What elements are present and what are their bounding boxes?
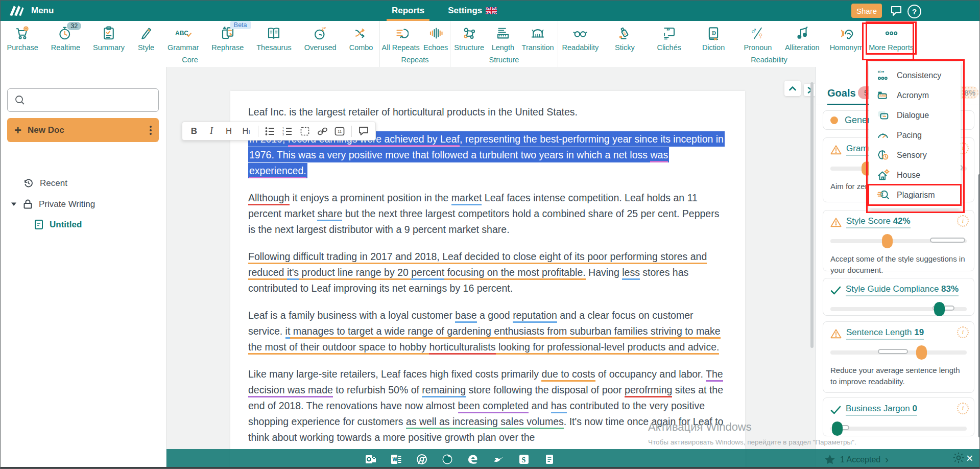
report-alliteration[interactable]: Alliteration xyxy=(780,25,824,52)
suggestion-blue[interactable]: remaining xyxy=(422,384,466,397)
suggestion-blue[interactable]: it xyxy=(285,325,291,339)
goals-panel-scrollbar[interactable] xyxy=(978,174,980,437)
slider-handle[interactable] xyxy=(882,234,893,248)
menu-item-house[interactable]: House xyxy=(869,165,961,185)
sidebar-item-private-writing[interactable]: Private Writing xyxy=(11,199,95,209)
firefox-icon[interactable] xyxy=(441,453,453,465)
suggestion-blue[interactable]: has xyxy=(551,400,567,413)
sidebar-item-untitled-doc[interactable]: Untitled xyxy=(34,219,82,230)
suggestion-orange[interactable]: focusing on the most profitable. xyxy=(444,267,585,280)
menu-item-sensory[interactable]: Sensory xyxy=(869,145,961,165)
suggestion-red[interactable]: horticulturalists xyxy=(429,341,495,355)
info-icon[interactable]: i xyxy=(957,326,969,338)
comment-button[interactable] xyxy=(356,124,371,138)
select-box-button[interactable] xyxy=(297,124,313,138)
bold-button[interactable]: B xyxy=(186,124,202,138)
kebab-menu-icon[interactable] xyxy=(150,126,152,135)
chevron-down-icon[interactable] xyxy=(11,202,17,206)
report-echoes[interactable]: Echoes xyxy=(423,25,448,52)
bird-icon[interactable] xyxy=(492,453,505,465)
report-purchase[interactable]: Purchase xyxy=(7,25,38,52)
info-icon[interactable]: i xyxy=(957,215,969,227)
suggestion-blue[interactable]: base xyxy=(455,310,476,323)
chat-bubble-icon[interactable] xyxy=(890,5,902,16)
goal-slider[interactable] xyxy=(830,233,967,249)
italic-button[interactable]: I xyxy=(204,124,219,138)
menu-item-dialogue[interactable]: Dialogue xyxy=(869,105,961,125)
chrome-icon[interactable] xyxy=(416,453,428,465)
settings-gear-icon[interactable] xyxy=(952,451,965,464)
outlook-icon[interactable] xyxy=(365,453,377,465)
goal-slider[interactable] xyxy=(830,345,967,360)
report-homonym[interactable]: Homonym xyxy=(824,25,869,52)
report-readability[interactable]: Readability xyxy=(558,25,603,52)
report-rephrase[interactable]: RephraseBeta xyxy=(211,25,244,52)
link-button[interactable] xyxy=(315,124,330,138)
sidebar-item-recent[interactable]: Recent xyxy=(23,178,67,189)
suggestion-orange[interactable]: due to costs xyxy=(541,368,595,382)
suggestion-red[interactable]: Allthough xyxy=(248,192,290,205)
report-grammar[interactable]: ABC Grammar xyxy=(168,25,199,52)
numbered-list-button[interactable]: 123 xyxy=(280,124,295,138)
collapse-toolbar-button[interactable] xyxy=(784,81,801,96)
report-pronoun[interactable]: ♂♀ Pronoun xyxy=(736,25,780,52)
report-length[interactable]: Length xyxy=(492,25,514,52)
tab-settings[interactable]: Settings xyxy=(445,1,500,21)
suggestion-blue[interactable]: share xyxy=(317,208,342,221)
word-icon[interactable]: W xyxy=(390,453,402,465)
goal-title-link[interactable]: Style Guide Compliance 83% xyxy=(846,284,959,296)
slider-target-pill[interactable] xyxy=(878,349,908,354)
suggestion-blue[interactable]: percent xyxy=(411,267,444,280)
suggestion-blue[interactable]: reputation xyxy=(513,310,557,323)
quote-button[interactable]: 11 xyxy=(332,124,347,138)
report-realtime[interactable]: Realtime32 xyxy=(51,25,80,52)
goal-title-link[interactable]: Sentence Length 19 xyxy=(846,327,924,340)
tab-reports[interactable]: Reports xyxy=(389,1,427,21)
suggestion-blue[interactable]: less xyxy=(622,267,640,280)
slider-handle[interactable] xyxy=(832,421,843,436)
collapse-goals-panel-button[interactable] xyxy=(804,84,816,96)
scrivener-icon[interactable]: S xyxy=(518,453,530,465)
menu-item-acronym[interactable]: BRB Acronym xyxy=(869,85,961,105)
suggestion-blue[interactable]: it's xyxy=(287,267,299,280)
app-logo-icon[interactable] xyxy=(9,4,24,17)
goal-slider[interactable] xyxy=(830,421,967,436)
goal-slider[interactable] xyxy=(830,301,967,317)
suggestion-purple[interactable]: been completed xyxy=(458,400,529,413)
goal-title-link[interactable]: Business Jargon 0 xyxy=(846,404,917,416)
new-doc-button[interactable]: + New Doc xyxy=(7,118,159,142)
slider-target-pill[interactable] xyxy=(930,238,965,243)
report-more-reports[interactable]: More Reports xyxy=(869,25,914,52)
accepted-counter[interactable]: 1 Accepted › xyxy=(824,454,889,465)
search-input[interactable] xyxy=(7,88,159,112)
suggestion-orange[interactable]: product line range by 20 xyxy=(299,267,411,280)
bullet-list-button[interactable] xyxy=(262,124,278,138)
menu-item-consistency[interactable]: “” Consistency xyxy=(869,65,961,85)
notes-icon[interactable] xyxy=(543,453,556,465)
report-style[interactable]: Style xyxy=(137,25,155,52)
report-summary[interactable]: Summary xyxy=(93,25,125,52)
editor-scrollbar[interactable] xyxy=(810,82,814,348)
close-icon[interactable]: × xyxy=(966,453,973,464)
report-all-repeats[interactable]: All Repeats xyxy=(382,25,420,52)
report-transition[interactable]: Transition xyxy=(522,25,554,52)
h2-button[interactable]: HI xyxy=(238,124,254,138)
report-thesaurus[interactable]: Thesaurus xyxy=(256,25,292,52)
report-clichés[interactable]: ” Clichés xyxy=(647,25,691,52)
suggestion-blue[interactable]: market xyxy=(451,192,482,205)
slider-handle[interactable] xyxy=(916,345,927,360)
suggestion-red[interactable]: perofrming xyxy=(625,384,672,397)
slider-handle[interactable] xyxy=(934,302,945,316)
goal-title-link[interactable]: Style Score 42% xyxy=(846,216,911,228)
report-diction[interactable]: D Diction xyxy=(691,25,736,52)
tab-goals[interactable]: Goals xyxy=(827,87,856,99)
edge-icon[interactable] xyxy=(467,453,479,465)
document-page[interactable]: Leaf Inc. is the largest retailer of hor… xyxy=(230,91,745,469)
info-icon[interactable]: i xyxy=(957,403,969,414)
suggestion-green[interactable]: as well as increasing sales volumes xyxy=(406,416,564,429)
report-sticky[interactable]: $ Sticky xyxy=(603,25,647,52)
menu-item-pacing[interactable]: Pacing xyxy=(869,125,961,145)
share-button[interactable]: Share xyxy=(851,4,882,18)
report-combo[interactable]: Combo xyxy=(349,25,373,52)
menu-item-plagiarism[interactable]: Plagiarism xyxy=(869,185,961,205)
